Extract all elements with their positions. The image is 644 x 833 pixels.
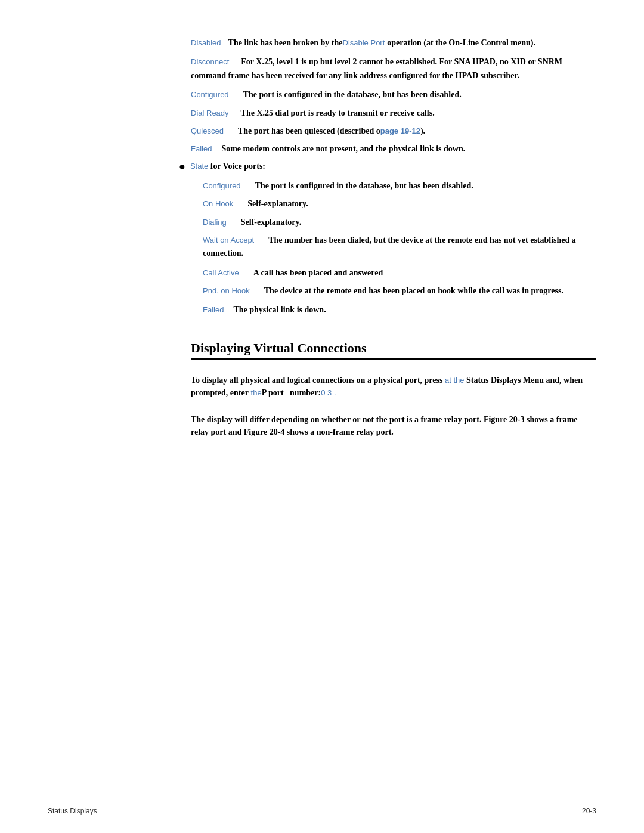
- term-failed2: Failed: [203, 305, 224, 314]
- term-dial-ready: Dial Ready: [191, 109, 229, 117]
- voice-ports-entries: Configured The port is configured in the…: [203, 179, 596, 317]
- entry-wait-on-accept: Wait on Accept The number has been diale…: [203, 233, 596, 260]
- section-heading-virtual-connections: Displaying Virtual Connections: [191, 340, 596, 360]
- entry-dialing: Dialing Self-explanatory.: [203, 215, 596, 228]
- def-on-hook: Self-explanatory.: [247, 199, 308, 208]
- number-03: 0 3 .: [321, 388, 336, 397]
- main-content: Disabled The link has been broken by the…: [191, 36, 596, 438]
- def-dial-ready: The X.25 dial port is ready to transmit …: [241, 109, 435, 117]
- def-configured2: The port is configured in the database, …: [255, 181, 473, 190]
- term-failed1: Failed: [191, 144, 212, 153]
- term-wait-on-accept: Wait on Accept: [203, 236, 254, 244]
- bullet-voice-text: for Voice ports:: [210, 162, 265, 171]
- footer-right: 20-3: [582, 807, 596, 815]
- paragraph-1: To display all physical and logical conn…: [191, 374, 596, 399]
- term-dialing: Dialing: [203, 218, 227, 227]
- def-quiesced: The port has been quiesced (described o: [238, 126, 380, 135]
- def-quiesced-suffix: ).: [420, 126, 425, 135]
- def-disconnect: For X.25, level 1 is up but level 2 cann…: [191, 57, 562, 79]
- def-wait-on-accept: The number has been dialed, but the devi…: [203, 236, 576, 258]
- def-failed1: Some modem controls are not present, and…: [221, 144, 465, 153]
- term-configured1: Configured: [191, 90, 229, 99]
- def-call-active: A call has been placed and answered: [253, 268, 383, 277]
- term-pnd-on-hook: Pnd. on Hook: [203, 286, 250, 295]
- def-disabled-suffix: operation (at the On-Line Control menu).: [387, 38, 535, 47]
- entry-pnd-on-hook: Pnd. on Hook The device at the remote en…: [203, 284, 596, 297]
- entry-disabled: Disabled The link has been broken by the…: [191, 36, 596, 49]
- def-configured1: The port is configured in the database, …: [243, 90, 462, 99]
- def-disabled: The link has been broken by the: [228, 38, 343, 47]
- term-press: at the: [442, 376, 464, 385]
- entry-configured1: Configured The port is configured in the…: [191, 88, 596, 101]
- term-call-active: Call Active: [203, 268, 239, 277]
- term-disabled: Disabled: [191, 38, 221, 47]
- entry-call-active: Call Active A call has been placed and a…: [203, 266, 596, 279]
- entry-quiesced: Quiesced The port has been quiesced (des…: [191, 124, 596, 137]
- entry-disconnect: Disconnect For X.25, level 1 is up but l…: [191, 55, 596, 82]
- bullet-icon: ●: [179, 160, 185, 173]
- footer: Status Displays 20-3: [48, 807, 596, 815]
- def-dialing: Self-explanatory.: [241, 218, 302, 227]
- paragraph-2: The display will differ depending on whe…: [191, 413, 596, 438]
- term-disconnect: Disconnect: [191, 57, 229, 66]
- term-quiesced: Quiesced: [191, 126, 224, 135]
- entry-failed1: Failed Some modem controls are not prese…: [191, 142, 596, 155]
- link-page-19-12[interactable]: page 19-12: [380, 126, 420, 135]
- footer-left: Status Displays: [48, 807, 97, 815]
- entry-on-hook: On Hook Self-explanatory.: [203, 197, 596, 210]
- term-disable-port: Disable Port: [343, 38, 385, 47]
- entry-dial-ready: Dial Ready The X.25 dial port is ready t…: [191, 106, 596, 119]
- term-enter: the: [249, 388, 262, 397]
- section-heading-title: Displaying Virtual Connections: [191, 340, 367, 355]
- entry-failed2: Failed The physical link is down.: [203, 303, 596, 316]
- term-state: State: [190, 162, 208, 171]
- def-pnd-on-hook: The device at the remote end has been pl…: [264, 286, 564, 295]
- def-failed2: The physical link is down.: [233, 305, 326, 314]
- term-on-hook: On Hook: [203, 199, 233, 208]
- entry-configured2: Configured The port is configured in the…: [203, 179, 596, 192]
- bullet-state-voice: ● State for Voice ports:: [179, 162, 596, 173]
- term-configured2: Configured: [203, 181, 241, 190]
- bullet-label: State for Voice ports:: [190, 162, 265, 171]
